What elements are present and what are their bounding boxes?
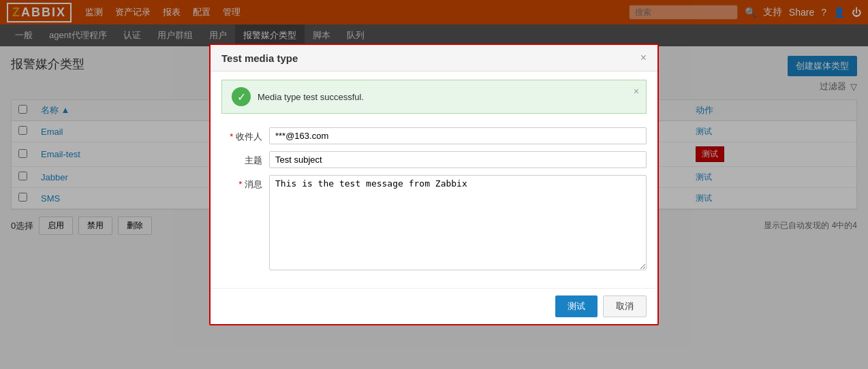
message-textarea[interactable] <box>269 175 647 270</box>
success-text: Media type test successful. <box>258 92 364 102</box>
success-message: ✓ Media type test successful. × <box>221 80 647 114</box>
test-media-type-modal: Test media type × ✓ Media type test succ… <box>209 44 659 325</box>
message-row: * 消息 <box>221 175 647 270</box>
subject-row: 主题 <box>221 151 647 168</box>
modal-close-button[interactable]: × <box>640 52 647 64</box>
message-label: * 消息 <box>221 175 269 191</box>
subject-input[interactable] <box>269 151 647 168</box>
recipient-input[interactable] <box>269 127 647 144</box>
modal-cancel-button[interactable]: 取消 <box>603 295 647 317</box>
modal-overlay: Test media type × ✓ Media type test succ… <box>0 0 868 359</box>
modal-title: Test media type <box>221 52 298 64</box>
modal-test-button[interactable]: 测试 <box>555 295 598 317</box>
recipient-label: * 收件人 <box>221 127 269 143</box>
recipient-row: * 收件人 <box>221 127 647 144</box>
subject-label: 主题 <box>221 151 269 167</box>
modal-form: * 收件人 主题 * 消息 <box>211 122 657 288</box>
success-close-button[interactable]: × <box>634 86 639 97</box>
modal-header: Test media type × <box>211 45 657 71</box>
success-icon: ✓ <box>232 87 251 106</box>
modal-footer: 测试 取消 <box>211 288 657 324</box>
